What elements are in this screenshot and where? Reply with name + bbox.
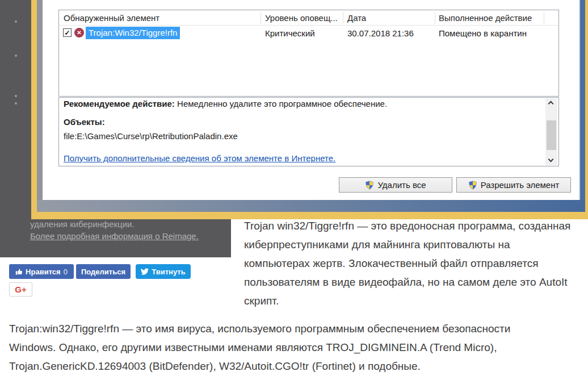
- column-separator: [343, 12, 343, 24]
- recommended-action-line: Рекомендуемое действие: Немедленно удали…: [64, 98, 387, 110]
- threat-date: 30.07.2018 21:36: [347, 28, 414, 38]
- severe-threat-icon: ✕: [74, 28, 84, 37]
- window-left-border: [37, 0, 43, 212]
- facebook-like-button[interactable]: Нравится 0: [9, 264, 74, 279]
- scrollbar-down-button[interactable]: [545, 156, 557, 165]
- share-label: Поделиться: [81, 268, 125, 276]
- column-header-alert-level[interactable]: Уровень оповещ...: [265, 13, 338, 23]
- dimmed-caption: удаления киберинфекции.: [30, 218, 135, 231]
- google-plus-label: G+: [15, 285, 26, 294]
- remove-all-label: Удалить все: [377, 180, 426, 190]
- threat-name-selected[interactable]: Trojan:Win32/Tiggre!rfn: [86, 27, 180, 39]
- bullet-dot: [15, 55, 17, 57]
- facebook-share-button[interactable]: Поделиться: [76, 264, 131, 279]
- threat-alert-level: Критический: [265, 28, 315, 38]
- threat-checkbox[interactable]: ✓: [63, 28, 72, 37]
- google-plus-button[interactable]: G+: [9, 282, 32, 297]
- chevron-up-icon: [548, 101, 554, 107]
- defender-window: Обнаруженный элемент Уровень оповещ... Д…: [43, 0, 579, 200]
- yellow-highlight-frame: Обнаруженный элемент Уровень оповещ... Д…: [31, 0, 588, 219]
- bullet-dot: [15, 102, 17, 105]
- article-intro-paragraph: Trojan win32/Tiggre!rfn — это вредоносна…: [244, 216, 588, 310]
- threat-table-row[interactable]: ✓ ✕ Trojan:Win32/Tiggre!rfn Критический …: [59, 26, 558, 41]
- tweet-label: Твитнуть: [152, 268, 185, 276]
- column-separator: [435, 12, 435, 24]
- allow-item-label: Разрешить элемент: [481, 180, 560, 190]
- object-file-path: file:E:\Games\Curse\rp\RetributionPaladi…: [64, 131, 238, 142]
- recommended-action-text: Немедленно удалите это программное обесп…: [175, 99, 387, 108]
- column-header-detected-item[interactable]: Обнаруженный элемент: [64, 13, 159, 23]
- allow-item-button[interactable]: Разрешить элемент: [456, 177, 571, 193]
- reimage-link[interactable]: Более подробная информация о Reimage.: [30, 231, 199, 241]
- tweet-button[interactable]: Твитнуть: [136, 264, 191, 279]
- column-separator: [544, 12, 544, 24]
- window-right-border: [579, 0, 585, 212]
- details-scrollbar[interactable]: [545, 98, 557, 165]
- uac-shield-icon: [468, 181, 477, 190]
- remove-all-button[interactable]: Удалить все: [339, 177, 452, 193]
- scrollbar-up-button[interactable]: [545, 98, 557, 108]
- column-header-action-taken[interactable]: Выполненное действие: [439, 13, 532, 23]
- bullet-dot: [15, 20, 17, 23]
- objects-label: Объекты:: [64, 116, 105, 128]
- uac-shield-icon: [365, 181, 374, 190]
- like-label: Нравится: [26, 268, 61, 276]
- recommended-action-label: Рекомендуемое действие:: [64, 99, 175, 108]
- article-aka-paragraph: Trojan:win32/Tiggre!rfn — это имя вируса…: [9, 319, 583, 375]
- column-separator: [261, 12, 261, 24]
- twitter-bird-icon: [141, 268, 149, 276]
- threat-details-panel: Рекомендуемое действие: Немедленно удали…: [58, 97, 559, 166]
- bullet-dot: [15, 95, 17, 97]
- detections-table: Обнаруженный элемент Уровень оповещ... Д…: [58, 10, 559, 97]
- window-bottom-border: [37, 200, 585, 212]
- thumbs-up-icon: [15, 268, 23, 276]
- table-header-row: Обнаруженный элемент Уровень оповещ... Д…: [59, 10, 558, 26]
- chevron-down-icon: [548, 157, 554, 162]
- page: удаления киберинфекции. Более подробная …: [0, 0, 588, 384]
- threat-action-taken: Помещено в карантин: [439, 28, 527, 38]
- like-count: 0: [64, 268, 68, 276]
- scrollbar-thumb[interactable]: [547, 120, 556, 150]
- column-header-date[interactable]: Дата: [347, 13, 366, 23]
- more-info-link[interactable]: Получить дополнительные сведения об этом…: [64, 153, 335, 163]
